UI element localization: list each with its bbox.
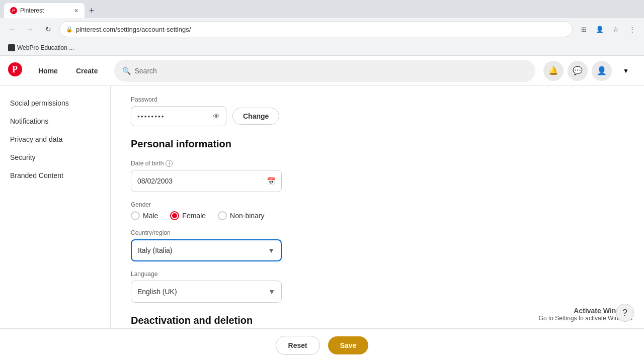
gender-male-radio[interactable] — [131, 211, 140, 220]
gender-section: Gender Male Female Non-binary — [131, 201, 624, 220]
sidebar-item-notifications[interactable]: Notifications — [0, 112, 106, 130]
settings-button[interactable]: ⋮ — [625, 22, 639, 36]
country-value: Italy (Italia) — [138, 246, 172, 254]
language-dropdown[interactable]: English (UK) ▼ — [131, 281, 282, 303]
notifications-icon-button[interactable]: 🔔 — [543, 61, 564, 81]
chevron-down-icon[interactable]: ▼ — [616, 61, 636, 81]
sidebar-item-privacy-data[interactable]: Privacy and data — [0, 130, 106, 148]
address-bar[interactable]: 🔒 pinterest.com/settings/account-setting… — [59, 21, 573, 37]
sidebar: Social permissions Notifications Privacy… — [0, 86, 111, 362]
sidebar-item-security[interactable]: Security — [0, 148, 106, 166]
bottom-action-bar: Reset Save — [0, 328, 644, 362]
bookmark-favicon — [8, 44, 15, 51]
password-section: Password ●●●●●●●● 👁 Change — [131, 96, 624, 126]
search-placeholder: Search — [135, 67, 157, 75]
language-section: Language English (UK) ▼ — [131, 270, 624, 303]
create-nav-button[interactable]: Create — [68, 63, 106, 79]
reset-button[interactable]: Reset — [276, 336, 320, 355]
gender-female-radio[interactable] — [170, 211, 179, 220]
gender-female-option[interactable]: Female — [170, 211, 206, 220]
help-button[interactable]: ? — [616, 304, 634, 322]
country-dropdown[interactable]: Italy (Italia) ▼ — [131, 239, 282, 261]
header-icons: 🔔 💬 👤 ▼ — [543, 61, 636, 81]
dob-value: 08/02/2003 — [137, 177, 173, 185]
country-label: Country/region — [131, 229, 624, 236]
bookmark-webpro[interactable]: WebPro Education ... — [5, 43, 77, 52]
password-label: Password — [131, 96, 624, 103]
navigation-bar: ← → ↻ 🔒 pinterest.com/settings/account-s… — [0, 18, 644, 40]
header-navigation: Home Create — [30, 63, 106, 79]
bookmarks-bar: WebPro Education ... — [0, 40, 644, 55]
forward-button[interactable]: → — [23, 22, 37, 36]
search-icon: 🔍 — [122, 67, 131, 75]
password-dots: ●●●●●●●● — [137, 114, 165, 119]
language-value: English (UK) — [137, 288, 177, 296]
gender-label: Gender — [131, 201, 624, 208]
sidebar-item-social-permissions[interactable]: Social permissions — [0, 94, 106, 112]
country-section: Country/region Italy (Italia) ▼ — [131, 229, 624, 261]
profile-button[interactable]: 👤 — [593, 22, 607, 36]
gender-female-label: Female — [182, 212, 206, 220]
sidebar-item-branded-content[interactable]: Branded Content — [0, 166, 106, 185]
new-tab-button[interactable]: + — [85, 4, 99, 18]
bookmark-button[interactable]: ☆ — [609, 22, 623, 36]
tab-close-button[interactable]: ✕ — [74, 8, 78, 14]
chevron-down-icon: ▼ — [268, 288, 275, 296]
gender-nonbinary-option[interactable]: Non-binary — [218, 211, 264, 220]
tab-bar: P Pinterest ✕ + — [0, 0, 644, 18]
pinterest-logo[interactable]: P — [8, 62, 22, 79]
user-profile-button[interactable]: 👤 — [592, 61, 612, 81]
gender-female-radio-fill — [172, 213, 177, 218]
chevron-down-icon: ▼ — [268, 246, 275, 254]
eye-icon[interactable]: 👁 — [213, 112, 220, 120]
gender-nonbinary-radio[interactable] — [218, 211, 227, 220]
calendar-icon: 📅 — [267, 177, 275, 185]
refresh-button[interactable]: ↻ — [41, 22, 55, 36]
messages-icon-button[interactable]: 💬 — [568, 61, 588, 81]
home-nav-button[interactable]: Home — [30, 63, 66, 79]
extensions-button[interactable]: ⊞ — [577, 22, 591, 36]
dob-info-icon[interactable]: i — [166, 160, 173, 167]
dob-section: Date of birth i 08/02/2003 📅 — [131, 160, 624, 192]
search-bar[interactable]: 🔍 Search — [114, 60, 536, 82]
lock-icon: 🔒 — [66, 26, 73, 33]
active-tab[interactable]: P Pinterest ✕ — [4, 3, 85, 18]
back-button[interactable]: ← — [5, 22, 19, 36]
save-button[interactable]: Save — [328, 336, 369, 354]
date-of-birth-input[interactable]: 08/02/2003 📅 — [131, 170, 282, 192]
gender-options-row: Male Female Non-binary — [131, 211, 624, 220]
bookmark-label: WebPro Education ... — [17, 44, 74, 51]
pinterest-header: P Home Create 🔍 Search 🔔 💬 👤 ▼ — [0, 56, 644, 86]
dob-label: Date of birth i — [131, 160, 624, 167]
gender-male-label: Male — [143, 212, 158, 220]
password-input[interactable]: ●●●●●●●● 👁 — [131, 106, 226, 126]
tab-label: Pinterest — [20, 7, 44, 14]
language-label: Language — [131, 270, 624, 278]
password-row: ●●●●●●●● 👁 Change — [131, 106, 624, 126]
address-text: pinterest.com/settings/account-settings/ — [76, 26, 191, 33]
gender-male-option[interactable]: Male — [131, 211, 158, 220]
browser-action-icons: ⊞ 👤 ☆ ⋮ — [577, 22, 639, 36]
svg-text:P: P — [12, 64, 18, 74]
gender-nonbinary-label: Non-binary — [230, 212, 264, 220]
tab-favicon: P — [10, 7, 17, 14]
change-password-button[interactable]: Change — [232, 108, 279, 125]
personal-info-title: Personal information — [131, 138, 624, 150]
